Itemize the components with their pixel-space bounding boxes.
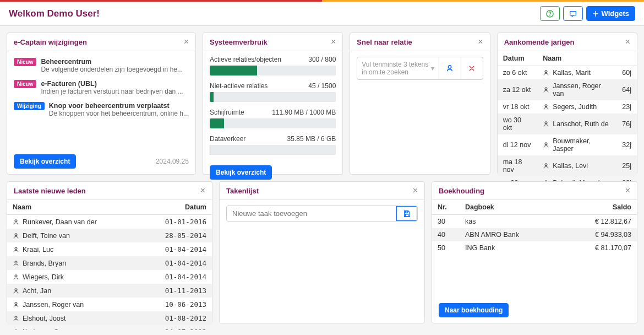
cell-saldo: € 12.812,67 <box>562 215 637 229</box>
close-icon[interactable]: × <box>184 37 189 46</box>
cell-name: Segers, Judith <box>537 100 616 114</box>
table-row[interactable]: Kerkman, Sanne14-07-2012 <box>7 325 212 330</box>
table-row[interactable]: 40ABN AMRO Bank€ 94.933,03 <box>432 228 637 241</box>
change-item[interactable]: NieuwBeheercentrumDe volgende onderdelen… <box>7 55 195 77</box>
progress-bar-track <box>210 66 336 75</box>
person-icon <box>13 315 19 322</box>
cell-name: Wiegers, Dirk <box>7 270 139 284</box>
change-title: Knop voor beheercentrum verplaatst <box>49 102 189 110</box>
goto-accounting-button[interactable]: Naar boekhouding <box>439 303 509 317</box>
usage-row: Niet-actieve relaties45 / 1500 <box>203 80 342 106</box>
newmembers-title: Laatste nieuwe leden <box>14 187 86 195</box>
clear-search-button[interactable] <box>461 57 483 79</box>
tasks-title: Takenlijst <box>226 187 259 195</box>
svg-point-2 <box>449 66 451 68</box>
person-icon <box>13 288 19 294</box>
table-row[interactable]: Elshout, Joost01-08-2012 <box>7 311 212 325</box>
save-task-button[interactable] <box>396 206 417 221</box>
usage-row: Dataverkeer35.85 MB / 6 GB <box>203 133 342 159</box>
cell-nr: 30 <box>432 215 460 229</box>
quicksearch-card: Snel naar relatie × Vul tenminste 3 teke… <box>350 33 490 175</box>
cell-name: Janssen, Roger van <box>7 298 139 311</box>
svg-rect-23 <box>405 210 407 213</box>
cell-name: Lanschot, Ruth de <box>537 114 616 134</box>
help-button[interactable] <box>540 6 560 21</box>
close-icon[interactable]: × <box>200 186 205 195</box>
changes-date: 2024.09.25 <box>156 158 189 165</box>
close-icon[interactable]: × <box>625 37 630 46</box>
person-icon <box>446 64 454 72</box>
cell-age: 23j <box>616 100 637 114</box>
table-row[interactable]: Wiegers, Dirk01-04-2014 <box>7 270 212 284</box>
change-item[interactable]: WijzigingKnop voor beheercentrum verplaa… <box>7 99 195 121</box>
cell-name: Janssen, Roger van <box>537 79 616 100</box>
change-item[interactable]: Nieuwe-Facturen (UBL)Indien je facturen … <box>7 77 195 99</box>
usage-row: Schijfruimte111.90 MB / 1000 MB <box>203 106 342 133</box>
tasks-card: Takenlijst × <box>219 181 425 323</box>
cell-name: Runkever, Daan van der <box>7 215 139 229</box>
table-row[interactable]: wo 30 oktLanschot, Ruth de76j <box>498 114 637 134</box>
relation-search-select[interactable]: Vul tenminste 3 tekens in om te zoeken ▾ <box>357 57 438 79</box>
feedback-button[interactable] <box>563 6 583 21</box>
widgets-button[interactable]: Widgets <box>586 6 635 21</box>
person-icon <box>13 219 19 225</box>
svg-point-6 <box>545 122 547 124</box>
table-row[interactable]: Janssen, Roger van10-06-2013 <box>7 298 212 311</box>
table-row[interactable]: Kraai, Luc01-04-2014 <box>7 242 212 256</box>
person-icon <box>543 87 549 93</box>
newmembers-table: Naam Datum Runkever, Daan van der01-01-2… <box>7 200 212 330</box>
table-row[interactable]: zo 6 oktKallas, Marit60j <box>498 66 637 80</box>
usage-card: Systeemverbruik × Actieve relaties/objec… <box>203 33 343 175</box>
table-row[interactable]: vr 18 oktSegers, Judith23j <box>498 100 637 114</box>
cell-book: ING Bank <box>460 241 562 255</box>
close-icon[interactable]: × <box>625 186 630 195</box>
progress-bar-fill <box>210 66 257 75</box>
new-task-input[interactable] <box>227 206 396 221</box>
usage-row: Actieve relaties/objecten300 / 800 <box>203 53 342 80</box>
usage-value: 45 / 1500 <box>308 82 336 90</box>
cell-name: Kraai, Luc <box>7 242 139 256</box>
col-nr: Nr. <box>432 200 460 215</box>
svg-point-15 <box>15 247 17 249</box>
usage-value: 111.90 MB / 1000 MB <box>272 109 336 116</box>
change-desc: De knoppen voor het beheercentrum, onlin… <box>49 110 189 117</box>
table-row[interactable]: Runkever, Daan van der01-01-2016 <box>7 215 212 229</box>
col-name: Naam <box>537 51 616 66</box>
cell-age: 76j <box>616 114 637 134</box>
birthdays-title: Aankomende jarigen <box>504 38 575 46</box>
usage-value: 35.85 MB / 6 GB <box>287 135 336 143</box>
relation-search-placeholder: Vul tenminste 3 tekens in om te zoeken <box>362 61 430 76</box>
cell-date: 14-07-2012 <box>139 325 212 330</box>
changes-overview-button[interactable]: Bekijk overzicht <box>14 154 76 169</box>
person-icon <box>13 260 19 267</box>
cell-date: 01-04-2014 <box>139 270 212 284</box>
cell-name: Kerkman, Sanne <box>7 325 139 330</box>
table-row[interactable]: za 12 oktJanssen, Roger van64j <box>498 79 637 100</box>
svg-rect-24 <box>405 214 408 216</box>
go-to-relation-button[interactable] <box>439 57 461 79</box>
table-row[interactable]: 30kas€ 12.812,67 <box>432 215 637 229</box>
change-badge: Wijziging <box>14 102 45 110</box>
widgets-button-label: Widgets <box>602 9 629 18</box>
close-icon[interactable]: × <box>413 186 418 195</box>
table-row[interactable]: di 12 novBouwmaker, Jasper32j <box>498 134 637 155</box>
close-icon[interactable]: × <box>478 37 483 46</box>
svg-point-21 <box>15 329 17 330</box>
relation-search[interactable]: Vul tenminste 3 tekens in om te zoeken ▾ <box>357 57 483 80</box>
usage-overview-button[interactable]: Bekijk overzicht <box>210 165 272 180</box>
table-row[interactable]: ma 18 novKallas, Levi25j <box>498 155 637 176</box>
table-row[interactable]: 50ING Bank€ 81.170,07 <box>432 241 637 255</box>
usage-label: Schijfruimte <box>210 109 244 116</box>
usage-label: Niet-actieve relaties <box>210 82 268 90</box>
col-saldo: Saldo <box>562 200 637 215</box>
cell-book: ABN AMRO Bank <box>460 228 562 241</box>
table-row[interactable]: Brands, Bryan01-04-2014 <box>7 256 212 270</box>
cell-name: Acht, Jan <box>7 284 139 298</box>
svg-point-3 <box>545 71 547 73</box>
svg-point-4 <box>545 88 547 90</box>
table-row[interactable]: Delft, Toine van28-05-2014 <box>7 229 212 242</box>
close-icon[interactable]: × <box>331 37 336 46</box>
table-row[interactable]: Acht, Jan01-11-2013 <box>7 284 212 298</box>
cell-date: 10-06-2013 <box>139 298 212 311</box>
change-badge: Nieuw <box>14 80 36 88</box>
